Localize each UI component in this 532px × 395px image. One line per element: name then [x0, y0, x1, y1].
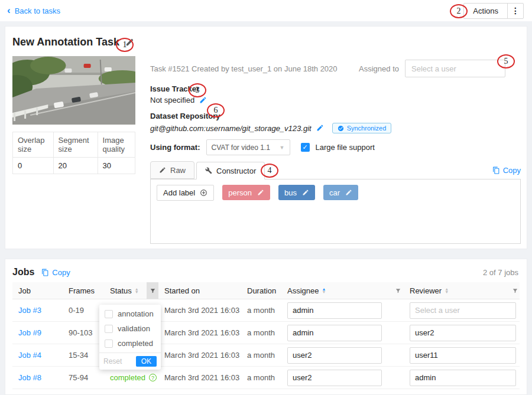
param-header-quality: Image quality	[98, 132, 135, 158]
caret-down-icon: ▼	[135, 290, 139, 293]
tab-raw-label: Raw	[170, 166, 186, 175]
assignee-filter-icon[interactable]	[392, 282, 404, 299]
check-circle-icon	[338, 125, 344, 132]
caret-down-icon: ▼	[322, 290, 326, 293]
actions-button[interactable]: Actions ⋮	[463, 3, 524, 19]
duration-cell: a month	[241, 351, 281, 360]
labels-constructor-panel: Add label person bus car	[150, 179, 521, 244]
task-details-card: New Annotation Task	[5, 26, 527, 249]
job-link[interactable]: Job #8	[18, 373, 41, 382]
annotation-circle-1: 1	[116, 38, 134, 52]
filter-option-completed[interactable]: completed	[99, 336, 161, 351]
copy-icon	[41, 269, 49, 276]
task-preview-image	[12, 56, 135, 125]
assignee-input[interactable]	[287, 347, 382, 364]
param-header-segment: Segment size	[53, 132, 98, 158]
column-header-reviewer[interactable]: Reviewer ▲ ▼	[404, 282, 521, 299]
job-row: Job #3 0-19 March 3rd 2021 16:03 a month	[12, 299, 520, 322]
column-header-frames[interactable]: Frames	[63, 282, 104, 299]
column-header-status[interactable]: Status ▲ ▼	[104, 282, 158, 299]
assigned-to-input[interactable]	[405, 60, 505, 77]
checkbox[interactable]	[105, 310, 113, 318]
caret-down-icon: ▼	[445, 290, 449, 293]
checkbox[interactable]	[105, 339, 113, 348]
task-meta-text: Task #1521 Created by test_user_1 on Jun…	[150, 64, 338, 73]
job-link[interactable]: Job #9	[18, 328, 41, 337]
assignee-input[interactable]	[287, 302, 382, 319]
copy-labels-button[interactable]: Copy	[492, 166, 521, 175]
column-header-job[interactable]: Job	[12, 282, 63, 299]
started-cell: March 3rd 2021 16:03	[158, 351, 241, 360]
column-header-assignee[interactable]: Assignee ▲ ▼	[281, 282, 404, 299]
started-cell: March 3rd 2021 16:03	[158, 328, 241, 337]
annotation-circle-3: 3	[189, 83, 206, 97]
tab-constructor[interactable]: Constructor	[196, 162, 265, 179]
back-to-tasks-link[interactable]: ‹ Back to tasks	[7, 6, 60, 15]
labels-tabs-bar: Raw Constructor Copy	[150, 161, 521, 179]
assignee-input[interactable]	[287, 370, 382, 386]
edit-repository-icon[interactable]	[316, 124, 324, 133]
duration-cell: a month	[241, 373, 281, 382]
edit-label-icon[interactable]	[302, 188, 309, 197]
reviewer-input[interactable]	[410, 302, 516, 319]
label-tag-bus-name: bus	[284, 188, 297, 197]
edit-label-icon[interactable]	[345, 188, 352, 197]
label-tag-person[interactable]: person	[222, 185, 270, 200]
jobs-count: 2 of 7 jobs	[483, 268, 518, 277]
edit-label-icon[interactable]	[257, 188, 264, 197]
tab-constructor-label: Constructor	[216, 167, 256, 175]
jobs-table-header: Job Frames Status ▲ ▼ Started on Duratio…	[12, 282, 520, 299]
format-select-value: CVAT for video 1.1	[212, 143, 270, 152]
check-icon: ✓	[302, 143, 307, 151]
back-to-tasks-label: Back to tasks	[15, 6, 60, 15]
dataset-repository-url[interactable]: git@github.com:username/git_storage_v123…	[150, 124, 312, 133]
format-select[interactable]: CVAT for video 1.1 ▼	[206, 139, 290, 155]
tab-raw[interactable]: Raw	[150, 161, 194, 179]
actions-button-label[interactable]: Actions	[464, 4, 507, 18]
status-cell: completed ?	[104, 373, 158, 382]
job-row: Job #9 90-103 March 3rd 2021 16:03 a mon…	[12, 322, 520, 344]
sort-icon[interactable]: ▲ ▼	[135, 288, 139, 293]
copy-icon	[492, 167, 500, 174]
add-label-button[interactable]: Add label	[157, 185, 214, 201]
label-tag-car[interactable]: car	[323, 185, 358, 200]
task-params-table: Overlap size Segment size Image quality …	[12, 132, 135, 174]
copy-jobs-label: Copy	[52, 268, 70, 277]
reviewer-filter-icon[interactable]	[509, 282, 521, 299]
reviewer-input[interactable]	[410, 370, 516, 386]
status-label: completed	[110, 373, 145, 382]
chevron-down-icon: ▼	[280, 145, 285, 151]
annotation-circle-6: 6	[207, 103, 225, 117]
status-filter-dropdown: annotation validation completed Reset OK	[99, 305, 161, 370]
jobs-title: Jobs	[12, 267, 34, 278]
reset-button[interactable]: Reset	[103, 357, 122, 365]
job-link[interactable]: Job #4	[18, 351, 41, 360]
filter-option-annotation[interactable]: annotation	[99, 306, 161, 321]
reviewer-input[interactable]	[410, 325, 516, 341]
label-tag-car-name: car	[329, 188, 340, 197]
frames-cell: 15-34	[63, 351, 104, 360]
param-value-quality: 30	[98, 158, 135, 174]
sort-icon[interactable]: ▲ ▼	[445, 288, 449, 293]
column-header-started[interactable]: Started on	[158, 282, 241, 299]
issue-tracker-value: Not specified	[150, 96, 194, 105]
large-file-support-checkbox[interactable]: ✓	[301, 143, 310, 152]
kebab-menu-icon[interactable]: ⋮	[507, 4, 523, 18]
reviewer-input[interactable]	[410, 347, 516, 364]
ok-button[interactable]: OK	[136, 356, 157, 367]
checkbox[interactable]	[105, 325, 113, 333]
filter-option-validation[interactable]: validation	[99, 321, 161, 336]
label-tag-bus[interactable]: bus	[278, 185, 315, 200]
sync-status-label: Synchronized	[347, 125, 387, 132]
frames-cell: 0-19	[63, 306, 104, 315]
status-filter-icon[interactable]	[147, 282, 158, 299]
column-header-duration[interactable]: Duration	[241, 282, 281, 299]
copy-jobs-button[interactable]: Copy	[41, 268, 70, 277]
assignee-input[interactable]	[287, 325, 382, 341]
job-link[interactable]: Job #3	[18, 306, 41, 315]
sort-icon[interactable]: ▲ ▼	[322, 288, 326, 293]
frames-cell: 75-94	[63, 373, 104, 382]
started-cell: March 3rd 2021 16:03	[158, 306, 241, 315]
job-row: Job #8 75-94 completed ? March 3rd 2021 …	[12, 367, 520, 389]
copy-labels-label: Copy	[503, 166, 521, 175]
